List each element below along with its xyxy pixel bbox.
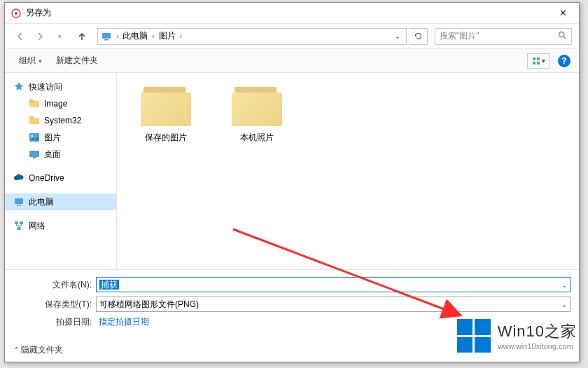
svg-rect-11 (29, 100, 34, 102)
svg-rect-17 (33, 157, 36, 158)
organize-menu[interactable]: 组织 ▾ (13, 52, 48, 69)
svg-rect-13 (29, 116, 34, 118)
svg-rect-21 (20, 222, 23, 224)
sidebar-item-pictures[interactable]: 图片 (5, 129, 116, 146)
window-title: 另存为 (26, 7, 547, 19)
svg-rect-20 (15, 222, 18, 224)
svg-rect-12 (29, 118, 39, 124)
svg-rect-2 (102, 33, 111, 39)
sidebar-item-image[interactable]: Image (5, 95, 116, 112)
folder-icon (29, 98, 40, 109)
up-button[interactable] (74, 28, 90, 45)
pictures-icon (29, 132, 40, 143)
sidebar-item-system32[interactable]: System32 (5, 112, 116, 129)
chevron-right-icon: › (152, 32, 154, 40)
watermark-url: www.win10xitong.com (498, 342, 577, 350)
recent-dropdown[interactable]: ▾ (51, 28, 68, 45)
chevron-down-icon: ▾ (38, 57, 42, 64)
folder-camera-roll[interactable]: 本机照片 (222, 86, 292, 144)
hide-folders-toggle[interactable]: ˄ 隐藏文件夹 (15, 344, 63, 356)
search-icon (558, 31, 567, 42)
svg-rect-14 (29, 133, 39, 142)
svg-point-1 (15, 12, 18, 15)
watermark: Win10之家 www.win10xitong.com (457, 319, 577, 353)
svg-rect-18 (15, 198, 23, 204)
search-input[interactable]: 搜索"图片" (435, 28, 572, 45)
svg-rect-16 (29, 151, 39, 157)
date-label: 拍摄日期: (13, 316, 96, 328)
titlebar: 另存为 ✕ (5, 3, 579, 24)
save-as-dialog: 另存为 ✕ ▾ › 此电脑 › 图片 › ⌄ 搜索"图片" (4, 2, 580, 362)
breadcrumb-folder[interactable]: 图片 (159, 30, 176, 42)
pc-icon (101, 31, 112, 42)
search-placeholder: 搜索"图片" (440, 30, 479, 42)
address-bar[interactable]: › 此电脑 › 图片 › ⌄ (97, 28, 407, 45)
address-dropdown[interactable]: ⌄ (392, 32, 403, 40)
filetype-select[interactable]: 可移植网络图形文件(PNG) ⌄ (96, 297, 570, 312)
svg-rect-9 (537, 62, 540, 64)
filename-input[interactable]: 捕获 ⌄ (96, 277, 570, 292)
nav-sidebar: 快速访问 Image System32 图片 桌面 OneDrive (5, 73, 117, 269)
svg-rect-6 (533, 57, 536, 60)
nav-bar: ▾ › 此电脑 › 图片 › ⌄ 搜索"图片" (5, 24, 579, 49)
chevron-right-icon: › (180, 32, 182, 40)
svg-line-5 (564, 36, 566, 39)
new-folder-button[interactable]: 新建文件夹 (50, 52, 104, 69)
chevron-down-icon[interactable]: ⌄ (557, 301, 567, 308)
svg-rect-22 (18, 227, 21, 230)
svg-point-4 (559, 32, 564, 36)
close-button[interactable]: ✕ (547, 3, 579, 23)
folder-icon (29, 115, 40, 126)
date-picker-link[interactable]: 指定拍摄日期 (96, 316, 149, 328)
sidebar-quick-access[interactable]: 快速访问 (5, 79, 116, 95)
toolbar: 组织 ▾ 新建文件夹 ▾ ? (5, 49, 579, 73)
desktop-icon (29, 149, 40, 160)
refresh-button[interactable] (410, 28, 428, 45)
help-button[interactable]: ? (558, 55, 570, 67)
filetype-label: 保存类型(T): (13, 299, 96, 311)
forward-button[interactable] (31, 28, 48, 45)
pc-icon (13, 196, 24, 207)
watermark-title: Win10之家 (498, 321, 577, 342)
view-options-button[interactable]: ▾ (527, 53, 550, 69)
app-icon (10, 8, 22, 19)
cloud-icon (13, 172, 24, 184)
filename-label: 文件名(N): (13, 279, 96, 291)
sidebar-onedrive[interactable]: OneDrive (5, 170, 116, 186)
svg-rect-8 (533, 62, 536, 64)
svg-rect-10 (29, 101, 39, 107)
dialog-body: 快速访问 Image System32 图片 桌面 OneDrive (5, 73, 579, 269)
file-list[interactable]: 保存的图片 本机照片 (117, 73, 579, 269)
windows-logo-icon (457, 319, 491, 353)
network-icon (13, 220, 24, 231)
svg-point-15 (31, 135, 34, 137)
sidebar-item-desktop[interactable]: 桌面 (5, 146, 116, 163)
svg-rect-3 (104, 39, 108, 41)
chevron-up-icon: ˄ (15, 346, 18, 354)
sidebar-network[interactable]: 网络 (5, 217, 116, 234)
svg-rect-7 (537, 57, 540, 60)
folder-label: 本机照片 (240, 132, 274, 144)
folder-saved-pictures[interactable]: 保存的图片 (131, 86, 201, 144)
back-button[interactable] (12, 28, 29, 45)
folder-icon (232, 86, 282, 126)
breadcrumb-root[interactable]: 此电脑 (122, 30, 148, 42)
folder-icon (141, 86, 191, 126)
chevron-right-icon: › (116, 32, 118, 40)
folder-label: 保存的图片 (145, 132, 187, 144)
svg-rect-19 (17, 205, 21, 206)
sidebar-this-pc[interactable]: 此电脑 (5, 193, 116, 210)
chevron-down-icon[interactable]: ⌄ (557, 281, 567, 289)
star-icon (13, 81, 24, 93)
